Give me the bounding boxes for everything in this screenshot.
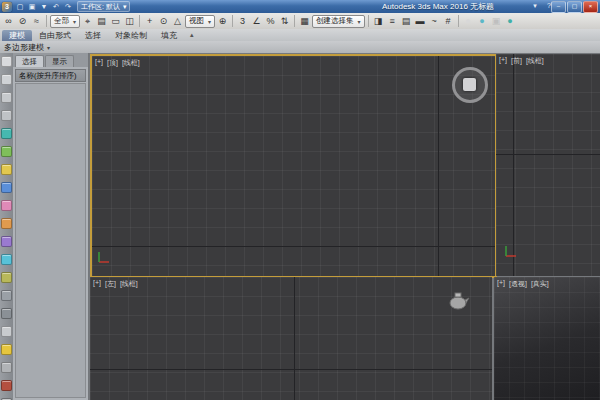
align-icon[interactable]: ≡ [386,15,399,28]
explorer-menu-icon[interactable] [1,56,12,67]
display-containers-icon[interactable] [1,272,12,283]
display-hidden-icon[interactable] [1,308,12,319]
tab-populate[interactable]: 填充 [154,30,184,41]
workspace-dropdown[interactable]: 工作区: 默认 ▾ [77,1,130,12]
tab-object-paint[interactable]: 对象绘制 [108,30,154,41]
tab-selection[interactable]: 选择 [78,30,108,41]
layer-manager-icon[interactable]: ▤ [400,15,413,28]
pick-material-icon[interactable] [1,362,12,373]
display-particles-icon[interactable] [1,236,12,247]
viewcube[interactable] [452,67,488,103]
toolbar-separator [46,15,47,27]
viewport-general-menu[interactable]: [+] [93,279,101,289]
display-space-warps-icon[interactable] [1,218,12,229]
sign-in-icon[interactable]: ▾ [530,1,540,11]
viewport-general-menu[interactable]: [+] [497,279,505,289]
display-cameras-icon[interactable] [1,182,12,193]
render-production-icon[interactable]: ● [504,15,517,28]
maximize-button[interactable]: ▢ [567,1,582,13]
close-button[interactable]: × [583,1,598,13]
scene-explorer-tabs: 选择 显示 [13,53,88,67]
display-lights-icon[interactable] [1,164,12,175]
viewport-top[interactable]: [+] [顶] [线框] [90,54,497,278]
world-axis-tripod-icon [504,244,518,258]
spinner-snap-icon[interactable]: ⇅ [278,15,291,28]
rectangular-selection-region-icon[interactable]: ▭ [109,15,122,28]
viewport-shading-menu[interactable]: [真实] [531,279,549,289]
open-scene-icon[interactable]: ▣ [27,2,37,12]
viewport-pov-menu[interactable]: [顶] [107,58,118,68]
scene-explorer-toolbar [0,53,13,400]
display-bones-icon[interactable] [1,254,12,265]
ribbon-minimize-icon[interactable]: ▴ [190,31,194,39]
window-crossing-icon[interactable]: ◫ [123,15,136,28]
ribbon-toggle-icon[interactable]: ▬ [414,15,427,28]
use-pivot-center-icon[interactable]: ⊕ [216,15,229,28]
viewcube-face[interactable] [463,78,476,91]
bind-to-space-warp-icon[interactable]: ≈ [30,15,43,28]
3ds-max-window: 3 ▢▣▼↶↷ 工作区: 默认 ▾ Autodesk 3ds Max 2016 … [0,0,600,400]
viewport-general-menu[interactable]: [+] [95,58,103,68]
title-bar: 3 ▢▣▼↶↷ 工作区: 默认 ▾ Autodesk 3ds Max 2016 … [0,0,600,13]
select-children-icon[interactable] [1,326,12,337]
polygon-modeling-panel[interactable]: 多边形建模 [4,42,44,53]
teapot-object[interactable] [448,289,470,311]
display-all-icon[interactable] [1,110,12,121]
select-and-link-icon[interactable]: ∞ [2,15,15,28]
redo-icon[interactable]: ↷ [63,2,73,12]
tab-select[interactable]: 选择 [15,55,44,67]
select-and-scale-icon[interactable]: △ [171,15,184,28]
viewport-shading-menu[interactable]: [线框] [122,58,140,68]
display-shapes-icon[interactable] [1,146,12,157]
material-editor-icon[interactable]: ● [462,15,475,28]
viewport-shading-menu[interactable]: [线框] [120,279,138,289]
viewport-perspective[interactable]: [+] [透视] [真实] [494,277,600,400]
save-scene-icon[interactable]: ▼ [39,2,49,12]
display-geometry-icon[interactable] [1,128,12,139]
select-by-name-icon[interactable]: ▤ [95,15,108,28]
minimize-button[interactable]: – [551,1,566,13]
tab-modeling[interactable]: 建模 [2,30,32,41]
selection-filter-dropdown[interactable]: 全部 ▾ [50,15,80,28]
schematic-view-icon[interactable]: # [442,15,455,28]
lock-cell-editing-icon[interactable] [1,74,12,85]
application-menu-button[interactable]: 3 [2,2,12,12]
display-helpers-icon[interactable] [1,200,12,211]
render-setup-icon[interactable]: ● [476,15,489,28]
rendered-frame-window-icon[interactable]: ▣ [490,15,503,28]
select-object-icon[interactable]: ⌖ [81,15,94,28]
snap-toggle-3d-icon[interactable]: 3 [236,15,249,28]
named-selection-set-dropdown[interactable]: 创建选择集 ▾ [312,15,365,28]
workspace-label: 工作区: 默认 [81,2,120,12]
viewport-area: [+] [顶] [线框] [+] [前] [线 [89,53,600,400]
tab-display[interactable]: 显示 [45,55,74,67]
display-frozen-icon[interactable] [1,290,12,301]
viewport-left[interactable]: [+] [左] [线框] [90,277,492,400]
new-scene-icon[interactable]: ▢ [15,2,25,12]
undo-icon[interactable]: ↶ [51,2,61,12]
viewport-pov-menu[interactable]: [前] [511,56,522,66]
favorites-icon[interactable] [1,344,12,355]
viewport-pov-menu[interactable]: [左] [105,279,116,289]
angle-snap-icon[interactable]: ∠ [250,15,263,28]
tab-freeform[interactable]: 自由形式 [32,30,78,41]
mirror-icon[interactable]: ◨ [372,15,385,28]
viewport-shading-menu[interactable]: [线框] [526,56,544,66]
grid-axis-line [438,56,439,276]
name-column-header[interactable]: 名称(按升序排序) [15,69,86,82]
reference-coordinate-dropdown[interactable]: 视图 ▾ [185,15,215,28]
named-selection-sets-icon[interactable]: ▦ [298,15,311,28]
viewport-pov-menu[interactable]: [透视] [509,279,527,289]
unlink-selection-icon[interactable]: ⊘ [16,15,29,28]
select-and-move-icon[interactable]: + [143,15,156,28]
scene-explorer: 选择 显示 名称(按升序排序) [13,53,89,400]
viewport-front[interactable]: [+] [前] [线框] [496,54,600,276]
lock-selection-icon[interactable] [1,380,12,391]
sync-selection-icon[interactable] [1,92,12,103]
viewport-general-menu[interactable]: [+] [499,56,507,66]
select-and-rotate-icon[interactable]: ⊙ [157,15,170,28]
percent-snap-icon[interactable]: % [264,15,277,28]
chevron-down-icon: ▾ [73,18,76,25]
scene-object-list[interactable] [15,83,86,398]
curve-editor-icon[interactable]: ~ [428,15,441,28]
